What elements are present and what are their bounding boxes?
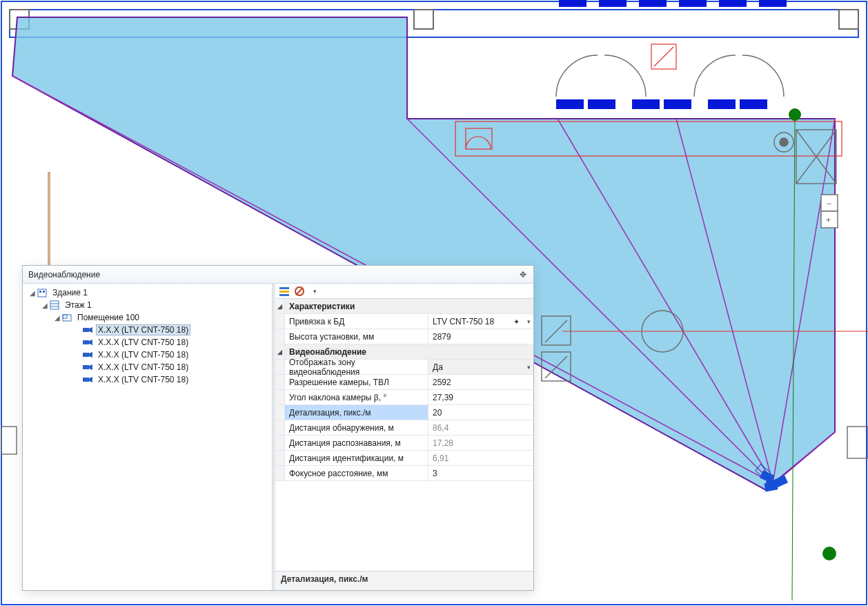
property-grid[interactable]: ◢ Характеристики Привязка к БД LTV CNT-7… — [275, 299, 533, 571]
window-titlebar[interactable]: Видеонаблюдение ✥ — [23, 266, 533, 284]
svg-rect-58 — [83, 328, 89, 332]
window-body: ◢ Здание 1 ◢ Этаж 1 ◢ Помещение 100 — [23, 284, 533, 590]
property-description: Детализация, пикс./м — [275, 571, 533, 590]
svg-rect-24 — [1, 427, 17, 454]
svg-rect-4 — [839, 10, 858, 29]
property-row-identification[interactable]: Дистанция идентификации, м 6,91 — [275, 451, 533, 466]
tree-label: Здание 1 — [50, 288, 90, 297]
categorize-icon[interactable] — [278, 285, 290, 297]
svg-line-72 — [296, 288, 303, 295]
svg-rect-26 — [556, 99, 584, 109]
svg-rect-52 — [43, 291, 45, 293]
property-row-detail[interactable]: Детализация, пикс./м 20 — [275, 405, 533, 420]
window-title: Видеонаблюдение — [28, 270, 100, 280]
pin-icon[interactable]: ✥ — [518, 270, 528, 280]
property-value: 86,4 — [428, 420, 533, 435]
svg-rect-53 — [50, 301, 59, 309]
properties-window: Видеонаблюдение ✥ ◢ Здание 1 ◢ Этаж 1 ◢ — [22, 265, 534, 591]
property-row-install-height[interactable]: Высота установки, мм 2879 — [275, 329, 533, 344]
camera-icon — [82, 362, 93, 373]
property-row-resolution[interactable]: Разрешение камеры, ТВЛ 2592 — [275, 375, 533, 390]
db-link-icon[interactable]: ✦ — [513, 317, 520, 326]
property-value[interactable]: 2879 — [428, 329, 533, 344]
property-key: Дистанция распознавания, м — [285, 436, 428, 450]
svg-text:−: − — [827, 199, 831, 208]
floor-icon — [49, 300, 60, 311]
dropdown-icon[interactable]: ▾ — [527, 318, 531, 325]
tree-label: X.X.X (LTV CNT-750 18) — [96, 324, 190, 335]
svg-rect-32 — [559, 0, 586, 7]
tree-node-camera[interactable]: · X.X.X (LTV CNT-750 18) — [23, 373, 272, 386]
property-category[interactable]: ◢ Характеристики — [275, 299, 533, 314]
svg-rect-68 — [279, 287, 289, 289]
svg-rect-37 — [759, 0, 787, 7]
tree-label: X.X.X (LTV CNT-750 18) — [96, 375, 190, 384]
property-value[interactable]: 3 — [428, 466, 533, 480]
property-key: Дистанция обнаружения, м — [285, 420, 428, 435]
expander-icon[interactable]: ◢ — [28, 289, 37, 297]
dropdown-icon[interactable]: ▾ — [527, 364, 531, 371]
property-key: Разрешение камеры, ТВЛ — [285, 375, 428, 389]
expander-icon[interactable]: ◢ — [275, 344, 285, 359]
property-value[interactable]: 2592 — [428, 375, 533, 389]
tree-node-floor[interactable]: ◢ Этаж 1 — [23, 299, 272, 311]
svg-rect-35 — [679, 0, 707, 7]
expander-icon[interactable]: ◢ — [53, 314, 61, 322]
svg-rect-64 — [83, 365, 89, 369]
property-row-recognition[interactable]: Дистанция распознавания, м 17,28 — [275, 436, 533, 451]
tree-node-building[interactable]: ◢ Здание 1 — [23, 286, 272, 299]
camera-icon — [82, 349, 93, 360]
property-row-db-link[interactable]: Привязка к БД LTV CNT-750 18 ✦ ▾ — [275, 314, 533, 329]
property-value[interactable]: LTV CNT-750 18 ✦ ▾ — [428, 314, 533, 329]
tree-view[interactable]: ◢ Здание 1 ◢ Этаж 1 ◢ Помещение 100 — [23, 284, 273, 590]
property-value[interactable]: 20 — [428, 405, 533, 420]
svg-rect-36 — [719, 0, 747, 7]
property-key: Дистанция идентификации, м — [285, 451, 428, 465]
svg-marker-61 — [89, 340, 92, 345]
tree-node-camera[interactable]: · X.X.X (LTV CNT-750 18) — [23, 336, 272, 349]
svg-rect-29 — [664, 99, 691, 109]
property-key: Угол наклона камеры β, ° — [285, 390, 428, 404]
svg-rect-57 — [63, 315, 67, 318]
expander-icon[interactable]: ◢ — [41, 302, 49, 309]
tree-node-camera[interactable]: · X.X.X (LTV CNT-750 18) — [23, 349, 272, 361]
property-toolbar: ▾ — [275, 284, 533, 299]
svg-rect-27 — [588, 99, 615, 109]
property-row-angle[interactable]: Угол наклона камеры β, ° 27,39 — [275, 390, 533, 405]
tree-label: Помещение 100 — [75, 313, 141, 322]
svg-rect-51 — [39, 291, 41, 293]
tree-label: X.X.X (LTV CNT-750 18) — [96, 350, 190, 360]
svg-rect-66 — [83, 378, 89, 382]
property-key: Фокусное расстояние, мм — [285, 466, 428, 480]
property-value[interactable]: 27,39 — [428, 390, 533, 404]
svg-rect-31 — [740, 99, 767, 109]
tree-node-room[interactable]: ◢ Помещение 100 — [23, 311, 272, 324]
filter-icon[interactable] — [293, 285, 306, 297]
svg-marker-59 — [89, 327, 92, 333]
svg-marker-67 — [89, 377, 92, 382]
tree-label: X.X.X (LTV CNT-750 18) — [96, 362, 190, 372]
svg-rect-70 — [279, 294, 289, 296]
svg-text:+: + — [826, 215, 831, 225]
tree-node-camera[interactable]: · X.X.X (LTV CNT-750 18) — [23, 361, 272, 373]
room-icon — [61, 312, 72, 323]
building-icon — [37, 287, 48, 298]
svg-point-20 — [780, 138, 788, 146]
svg-rect-62 — [83, 353, 89, 357]
svg-rect-28 — [632, 99, 660, 109]
property-value: 6,91 — [428, 451, 533, 465]
property-value[interactable]: Да ▾ — [428, 360, 533, 374]
property-row-detection[interactable]: Дистанция обнаружения, м 86,4 — [275, 420, 533, 436]
property-key: Отображать зону видеонаблюдения — [285, 360, 428, 374]
property-key: Высота установки, мм — [285, 329, 428, 344]
svg-rect-60 — [83, 340, 89, 344]
tree-label: X.X.X (LTV CNT-750 18) — [96, 338, 190, 347]
tree-node-camera[interactable]: · X.X.X (LTV CNT-750 18) — [23, 324, 272, 336]
svg-rect-34 — [639, 0, 667, 7]
property-row-show-zone[interactable]: Отображать зону видеонаблюдения Да ▾ — [275, 360, 533, 375]
property-row-focal[interactable]: Фокусное расстояние, мм 3 — [275, 466, 533, 481]
toolbar-dropdown-icon[interactable]: ▾ — [308, 285, 321, 297]
expander-icon[interactable]: ◢ — [275, 299, 285, 313]
category-label: Характеристики — [285, 299, 533, 313]
svg-marker-65 — [89, 364, 92, 370]
